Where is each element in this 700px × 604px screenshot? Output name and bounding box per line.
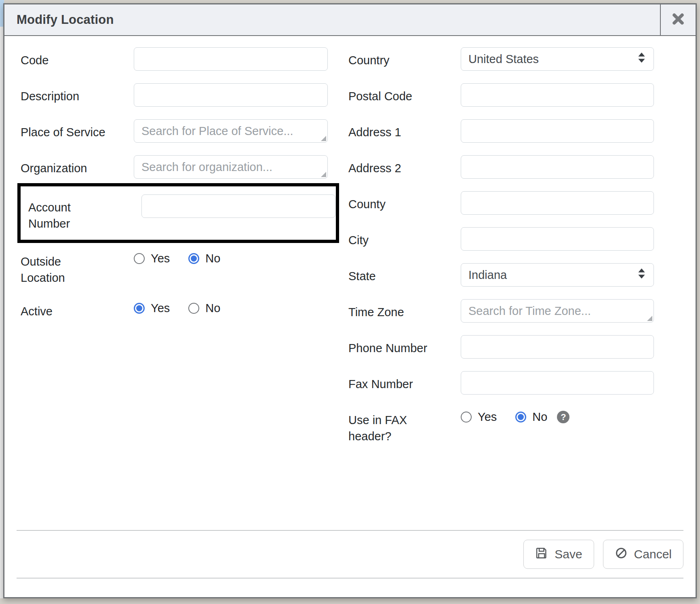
- county-field-group: County: [348, 191, 684, 215]
- county-input[interactable]: [461, 191, 654, 215]
- county-label: County: [348, 191, 434, 212]
- modify-location-dialog: Modify Location Code Description Place o…: [3, 3, 697, 598]
- description-field-group: Description: [21, 83, 336, 107]
- form-left-column: Code Description Place of Service Organi…: [21, 47, 336, 457]
- account-number-highlight-box: Account Number: [17, 183, 339, 243]
- floppy-disk-icon: [535, 547, 548, 562]
- save-button[interactable]: Save: [523, 540, 594, 569]
- dialog-title: Modify Location: [4, 4, 660, 35]
- code-field-group: Code: [21, 47, 336, 71]
- use-in-fax-header-yes-option[interactable]: Yes: [461, 410, 497, 424]
- help-icon[interactable]: ?: [557, 411, 569, 423]
- use-in-fax-header-no-option[interactable]: No: [515, 410, 547, 424]
- cancel-button[interactable]: Cancel: [603, 540, 683, 569]
- use-in-fax-header-field-group: Use in FAX header? Yes No ?: [348, 407, 684, 444]
- dialog-header: Modify Location: [4, 4, 696, 36]
- account-number-field-group: Account Number: [28, 194, 336, 232]
- organization-field-group: Organization: [21, 155, 336, 179]
- city-label: City: [348, 227, 434, 248]
- address-2-field-group: Address 2: [348, 155, 684, 179]
- time-zone-search-input[interactable]: [461, 299, 654, 323]
- code-label: Code: [21, 47, 106, 68]
- postal-code-input[interactable]: [461, 83, 654, 107]
- use-in-fax-header-yes-label: Yes: [478, 410, 497, 424]
- place-of-service-label: Place of Service: [21, 119, 106, 140]
- code-input[interactable]: [134, 47, 328, 71]
- use-in-fax-header-label: Use in FAX header?: [348, 407, 434, 444]
- close-button[interactable]: [660, 4, 696, 35]
- country-label: Country: [348, 47, 434, 68]
- dropdown-corner-icon: [321, 136, 326, 141]
- state-field-group: State Indiana: [348, 263, 684, 287]
- outside-location-field-group: Outside Location Yes No: [21, 249, 336, 286]
- outside-location-label: Outside Location: [21, 249, 106, 286]
- close-icon: [671, 12, 685, 28]
- outside-location-yes-option[interactable]: Yes: [134, 252, 170, 265]
- description-label: Description: [21, 83, 106, 104]
- phone-number-input[interactable]: [461, 335, 654, 359]
- outside-location-no-radio[interactable]: [188, 253, 199, 264]
- account-number-input[interactable]: [141, 194, 335, 218]
- use-in-fax-header-no-radio[interactable]: [515, 412, 526, 422]
- active-no-radio[interactable]: [188, 303, 199, 314]
- fax-number-field-group: Fax Number: [348, 371, 684, 395]
- use-in-fax-header-yes-radio[interactable]: [461, 412, 472, 422]
- address-1-field-group: Address 1: [348, 119, 684, 143]
- active-no-label: No: [205, 302, 220, 315]
- dropdown-corner-icon: [321, 172, 326, 177]
- postal-code-label: Postal Code: [348, 83, 434, 104]
- active-yes-option[interactable]: Yes: [134, 302, 170, 315]
- time-zone-label: Time Zone: [348, 299, 434, 320]
- address-1-label: Address 1: [348, 119, 434, 140]
- dialog-body: Code Description Place of Service Organi…: [4, 36, 696, 530]
- active-yes-label: Yes: [151, 302, 170, 315]
- city-field-group: City: [348, 227, 684, 251]
- phone-number-field-group: Phone Number: [348, 335, 684, 359]
- outside-location-yes-label: Yes: [151, 252, 170, 265]
- address-1-input[interactable]: [461, 119, 654, 143]
- organization-label: Organization: [21, 155, 106, 176]
- country-field-group: Country United States: [348, 47, 684, 71]
- description-input[interactable]: [134, 83, 328, 107]
- postal-code-field-group: Postal Code: [348, 83, 684, 107]
- chevron-updown-icon: [637, 52, 646, 66]
- organization-search-input[interactable]: [134, 155, 328, 179]
- place-of-service-field-group: Place of Service: [21, 119, 336, 143]
- outside-location-no-option[interactable]: No: [188, 252, 220, 265]
- dialog-footer: Save Cancel: [4, 530, 696, 597]
- state-selected-value: Indiana: [468, 268, 507, 282]
- active-no-option[interactable]: No: [188, 302, 220, 315]
- ban-circle-icon: [615, 547, 628, 562]
- active-field-group: Active Yes No: [21, 298, 336, 319]
- city-input[interactable]: [461, 227, 654, 251]
- phone-number-label: Phone Number: [348, 335, 434, 356]
- active-yes-radio[interactable]: [134, 303, 145, 314]
- address-2-input[interactable]: [461, 155, 654, 179]
- outside-location-yes-radio[interactable]: [134, 253, 145, 264]
- time-zone-field-group: Time Zone: [348, 299, 684, 323]
- place-of-service-search-input[interactable]: [134, 119, 328, 143]
- account-number-label: Account Number: [28, 194, 114, 232]
- state-label: State: [348, 263, 434, 284]
- address-2-label: Address 2: [348, 155, 434, 176]
- country-selected-value: United States: [468, 53, 539, 66]
- country-select[interactable]: United States: [461, 47, 654, 71]
- state-select[interactable]: Indiana: [461, 263, 654, 287]
- dropdown-corner-icon: [647, 316, 652, 321]
- use-in-fax-header-no-label: No: [532, 410, 547, 424]
- fax-number-label: Fax Number: [348, 371, 434, 392]
- outside-location-no-label: No: [205, 252, 220, 265]
- form-right-column: Country United States Postal Code Addre: [336, 47, 684, 457]
- chevron-updown-icon: [637, 268, 646, 282]
- active-label: Active: [21, 298, 106, 319]
- fax-number-input[interactable]: [461, 371, 654, 395]
- cancel-button-label: Cancel: [634, 547, 672, 561]
- save-button-label: Save: [555, 547, 582, 561]
